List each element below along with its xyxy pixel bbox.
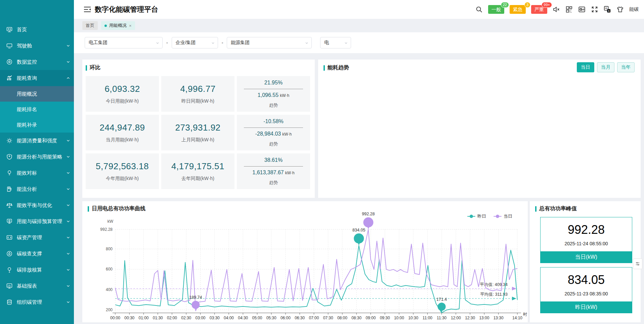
sidebar-subitem-label: 用能概况 xyxy=(17,91,37,97)
stat-last-month-energy: 273,931.92 上月同期(kW·h) xyxy=(161,115,234,150)
active-tab-dot-icon xyxy=(104,25,107,27)
sun-icon xyxy=(6,137,13,144)
fullscreen-icon[interactable] xyxy=(591,6,598,13)
sidebar-item-label: 数据监控 xyxy=(17,59,37,65)
stat-value: 273,931.92 xyxy=(175,122,220,133)
close-tab-icon[interactable]: × xyxy=(129,23,132,28)
svg-text:189.74: 189.74 xyxy=(189,295,202,300)
sidebar-item-cockpit[interactable]: 驾驶舱 xyxy=(0,38,74,54)
svg-text:kW: kW xyxy=(108,219,114,224)
trend-unit: kW·h xyxy=(280,93,289,98)
sidebar-item-label: 组织碳管理 xyxy=(17,299,42,305)
sidebar-subitem-energy-supplement[interactable]: 能耗补录 xyxy=(0,117,74,133)
search-icon[interactable] xyxy=(475,6,483,13)
sidebar-item-energy-benchmark[interactable]: 能效对标 xyxy=(0,165,74,181)
period-year-button[interactable]: 当年 xyxy=(617,62,635,72)
sidebar-item-energy-flow[interactable]: 能流分析 xyxy=(0,181,74,197)
sidebar-item-data-monitoring[interactable]: 数据监控 xyxy=(0,54,74,70)
stat-today-energy: 6,093.32 今日用能(kW·h) xyxy=(86,76,159,112)
period-day-button[interactable]: 当日 xyxy=(577,62,594,72)
svg-text:平均值: 409.34: 平均值: 409.34 xyxy=(480,282,508,287)
energy-type-select[interactable]: 电 xyxy=(320,37,351,48)
sidebar-item-energy-carbon-budget[interactable]: 用能与碳排预算管理 xyxy=(0,213,74,229)
sidebar-subitem-label: 能耗排名 xyxy=(17,106,37,113)
sidebar-item-home[interactable]: 首页 xyxy=(0,22,74,38)
company-select[interactable]: 能源集团 xyxy=(227,37,312,48)
ring-comparison-card: 环比 6,093.32 今日用能(kW·h) 4,996.77 昨日同期(kW·… xyxy=(82,60,315,198)
chart-settings-button[interactable] xyxy=(633,258,642,269)
chevron-down-icon xyxy=(66,284,71,288)
alert-label: 一般 xyxy=(491,7,501,12)
group-select[interactable]: 电工集团 xyxy=(85,37,163,48)
sidebar-item-label: 碳资产管理 xyxy=(17,235,42,241)
stat-year-trend: 38.61% 1,613,387.67kW·h 趋势 xyxy=(237,153,310,189)
sidebar-subitem-energy-ranking[interactable]: 能耗排名 xyxy=(0,102,74,117)
filter-separator: - xyxy=(222,40,223,45)
sidebar-subitem-energy-overview[interactable]: 用能概况 xyxy=(0,86,74,102)
chevron-down-icon xyxy=(66,235,71,240)
svg-text:200: 200 xyxy=(106,308,113,312)
tab-energy-overview[interactable]: 用能概况 × xyxy=(101,21,135,30)
svg-text:09:30: 09:30 xyxy=(380,316,390,320)
stat-value: 5,792,563.18 xyxy=(96,161,149,172)
alert-badge-critical[interactable]: 严重 99+ xyxy=(531,5,547,14)
sidebar-item-efficiency-balance[interactable]: 能效平衡与优化 xyxy=(0,197,74,213)
select-value: 电工集团 xyxy=(89,40,108,46)
svg-text:02:00: 02:00 xyxy=(167,316,177,320)
sidebar-item-label: 能源消费量和强度 xyxy=(17,138,57,144)
code-panel-icon xyxy=(6,234,13,241)
stat-month-trend: -10.58% -28,984.03kW·h 趋势 xyxy=(237,115,310,150)
collapse-menu-icon[interactable] xyxy=(83,6,91,13)
svg-text:171.4: 171.4 xyxy=(436,297,447,302)
sliders-icon xyxy=(635,261,640,266)
tab-home[interactable]: 首页 xyxy=(82,21,98,30)
select-value: 电 xyxy=(324,40,329,46)
sidebar-item-carbon-audit[interactable]: 碳核查支撑 xyxy=(0,246,74,262)
sidebar-item-label: 基础报表 xyxy=(17,283,37,289)
bulb-icon xyxy=(6,170,13,176)
chevron-down-icon xyxy=(66,43,71,48)
chevron-down-icon xyxy=(66,154,71,159)
peak-power-card: 总有功功率峰值 992.28 2025-11-24 08:55:00 当日(kW… xyxy=(530,201,641,322)
chevron-down-icon xyxy=(66,267,71,272)
svg-text:00:00: 00:00 xyxy=(110,316,120,320)
sidebar-item-energy-analysis-strategy[interactable]: 能源分析与用能策略 xyxy=(0,149,74,165)
trend-caption: 趋势 xyxy=(269,141,278,147)
tshirt-icon[interactable] xyxy=(616,6,624,13)
sidebar-item-energy-consumption-intensity[interactable]: 能源消费量和强度 xyxy=(0,133,74,149)
sidebar-item-carbon-accounting[interactable]: 碳排放核算 xyxy=(0,262,74,278)
svg-text:09:00: 09:00 xyxy=(366,316,376,320)
stat-yesterday-energy: 4,996.77 昨日同期(kW·h) xyxy=(161,76,234,112)
sidebar-item-org-carbon[interactable]: 组织碳管理 xyxy=(0,294,74,310)
translate-icon[interactable]: 中A xyxy=(604,6,611,13)
peak-footer-label: 昨日(kW) xyxy=(541,301,632,313)
sidebar-item-basic-reports[interactable]: 基础报表 xyxy=(0,278,74,294)
chevron-down-icon xyxy=(66,187,71,191)
mute-icon[interactable] xyxy=(553,6,560,13)
svg-text:600: 600 xyxy=(106,267,113,272)
svg-text:12:30: 12:30 xyxy=(465,316,475,320)
svg-text:01:00: 01:00 xyxy=(138,316,148,320)
alert-badge-normal[interactable]: 一般 22 xyxy=(488,5,504,14)
sidebar-item-energy-query[interactable]: 能耗查询 xyxy=(0,70,74,86)
app-title: 数字化能碳管理平台 xyxy=(95,0,158,19)
org-type-select[interactable]: 企业/集团 xyxy=(172,37,218,48)
period-month-button[interactable]: 当月 xyxy=(597,62,614,72)
svg-text:11:00: 11:00 xyxy=(423,316,432,320)
sidebar-item-carbon-asset[interactable]: 碳资产管理 xyxy=(0,229,74,246)
stat-label: 昨日同期(kW·h) xyxy=(181,98,214,104)
svg-text:时: 时 xyxy=(523,312,527,317)
trend-delta: 1,096.55 xyxy=(258,92,278,98)
stat-month-energy: 244,947.89 当月用能(kW·h) xyxy=(86,115,159,150)
svg-text:07:00: 07:00 xyxy=(309,316,319,320)
stat-label: 去年同期(kW·h) xyxy=(181,176,214,182)
svg-text:834.05: 834.05 xyxy=(352,228,365,232)
svg-text:03:30: 03:30 xyxy=(210,316,220,320)
grid-layout-icon[interactable] xyxy=(565,6,573,13)
home-monitor-icon xyxy=(6,26,13,33)
alert-badge-urgent[interactable]: 紧急 3 xyxy=(510,5,526,14)
dashboard-monitor-icon[interactable] xyxy=(578,6,586,13)
user-name[interactable]: 能碳 xyxy=(629,6,639,12)
svg-text:10:30: 10:30 xyxy=(408,316,418,320)
svg-text:A: A xyxy=(608,9,610,12)
